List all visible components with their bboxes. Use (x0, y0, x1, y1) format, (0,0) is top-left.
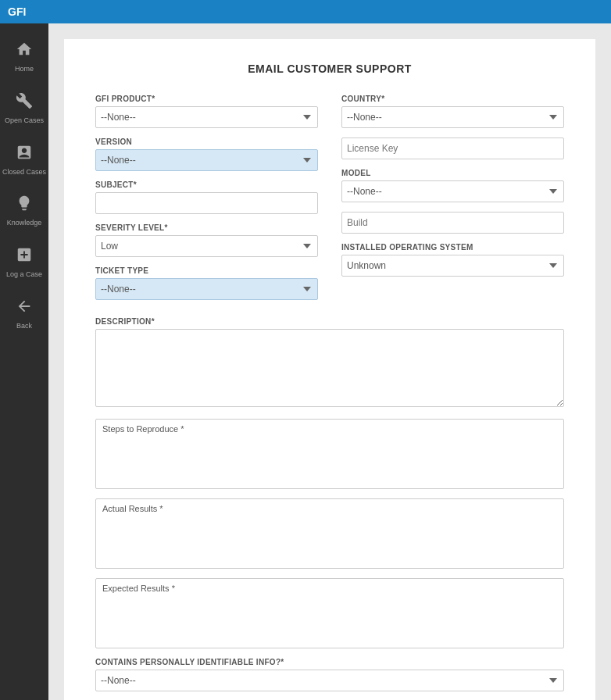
sidebar-closed-cases-label: Closed Cases (2, 168, 46, 177)
form-group-description: DESCRIPTION* (95, 317, 564, 409)
pii-label: CONTAINS PERSONALLY IDENTIFIABLE INFO?* (95, 658, 564, 666)
installed-os-select[interactable]: Unknown (341, 255, 564, 277)
closed-cases-icon (16, 144, 33, 165)
form-group-installed-os: INSTALLED OPERATING SYSTEM Unknown (341, 243, 564, 277)
version-label: VERSION (95, 138, 318, 146)
form-group-country: COUNTRY* --None-- (341, 95, 564, 128)
gfi-product-label: GFI PRODUCT* (95, 95, 318, 103)
sidebar-knowledge-label: Knowledge (7, 219, 42, 227)
installed-os-label: INSTALLED OPERATING SYSTEM (341, 243, 564, 252)
model-select[interactable]: --None-- (341, 180, 564, 202)
knowledge-icon (16, 195, 33, 216)
steps-to-reproduce-box: Steps to Reproduce * (95, 419, 564, 489)
form-container: EMAIL CUSTOMER SUPPORT GFI PRODUCT* --No… (64, 39, 595, 700)
form-group-ticket-type: TICKET TYPE --None-- (95, 266, 318, 300)
content-area: EMAIL CUSTOMER SUPPORT GFI PRODUCT* --No… (48, 23, 611, 700)
expected-results-box: Expected Results * (95, 578, 564, 648)
form-title: EMAIL CUSTOMER SUPPORT (95, 62, 564, 75)
sidebar-log-case-label: Log a Case (6, 270, 42, 279)
description-textarea[interactable] (95, 329, 564, 407)
form-group-gfi-product: GFI PRODUCT* --None-- (95, 95, 318, 128)
country-select[interactable]: --None-- (341, 106, 564, 128)
resize-handle-icon-3 (552, 637, 560, 645)
form-group-build (341, 212, 564, 234)
form-col-right: COUNTRY* --None-- MODEL --None-- (341, 95, 564, 309)
top-bar: GFI (0, 0, 611, 23)
sidebar-open-cases-label: Open Cases (5, 116, 44, 125)
main-layout: Home Open Cases Closed Cases Knowledge L (0, 23, 611, 700)
sidebar-item-open-cases[interactable]: Open Cases (0, 83, 48, 134)
sidebar-item-back[interactable]: Back (0, 288, 48, 340)
form-group-version: VERSION --None-- (95, 138, 318, 171)
ticket-type-select[interactable]: --None-- (95, 278, 318, 300)
home-icon (16, 41, 33, 62)
form-group-model: MODEL --None-- (341, 169, 564, 202)
sidebar-home-label: Home (15, 65, 34, 73)
model-label: MODEL (341, 169, 564, 177)
gfi-product-select[interactable]: --None-- (95, 106, 318, 128)
sidebar-item-closed-cases[interactable]: Closed Cases (0, 134, 48, 186)
expected-label: Expected Results * (102, 584, 557, 593)
version-select[interactable]: --None-- (95, 149, 318, 171)
severity-label: SEVERITY LEVEL* (95, 223, 318, 232)
resize-handle-icon (552, 477, 560, 485)
open-cases-icon (16, 92, 33, 113)
sidebar-item-log-case[interactable]: Log a Case (0, 237, 48, 288)
build-input[interactable] (341, 212, 564, 234)
gfi-logo: GFI (8, 5, 26, 18)
sidebar: Home Open Cases Closed Cases Knowledge L (0, 23, 48, 700)
sidebar-back-label: Back (16, 322, 32, 330)
license-key-input[interactable] (341, 138, 564, 159)
form-group-severity: SEVERITY LEVEL* Low (95, 223, 318, 257)
ticket-type-label: TICKET TYPE (95, 266, 318, 275)
country-label: COUNTRY* (341, 95, 564, 103)
description-label: DESCRIPTION* (95, 317, 564, 326)
form-group-license-key (341, 138, 564, 159)
actual-label: Actual Results * (102, 504, 557, 513)
severity-select[interactable]: Low (95, 235, 318, 257)
subject-input[interactable] (95, 192, 318, 214)
sidebar-item-home[interactable]: Home (0, 31, 48, 83)
steps-label: Steps to Reproduce * (102, 424, 557, 434)
form-group-subject: SUBJECT* (95, 180, 318, 214)
form-row-product-country: GFI PRODUCT* --None-- VERSION --None-- S… (95, 95, 564, 309)
form-group-pii: CONTAINS PERSONALLY IDENTIFIABLE INFO?* … (95, 658, 564, 691)
back-icon (16, 298, 33, 319)
pii-select[interactable]: --None-- (95, 670, 564, 691)
sidebar-item-knowledge[interactable]: Knowledge (0, 185, 48, 237)
form-col-left: GFI PRODUCT* --None-- VERSION --None-- S… (95, 95, 318, 309)
actual-results-box: Actual Results * (95, 498, 564, 569)
subject-label: SUBJECT* (95, 180, 318, 189)
log-case-icon (16, 246, 33, 267)
resize-handle-icon-2 (552, 557, 560, 565)
